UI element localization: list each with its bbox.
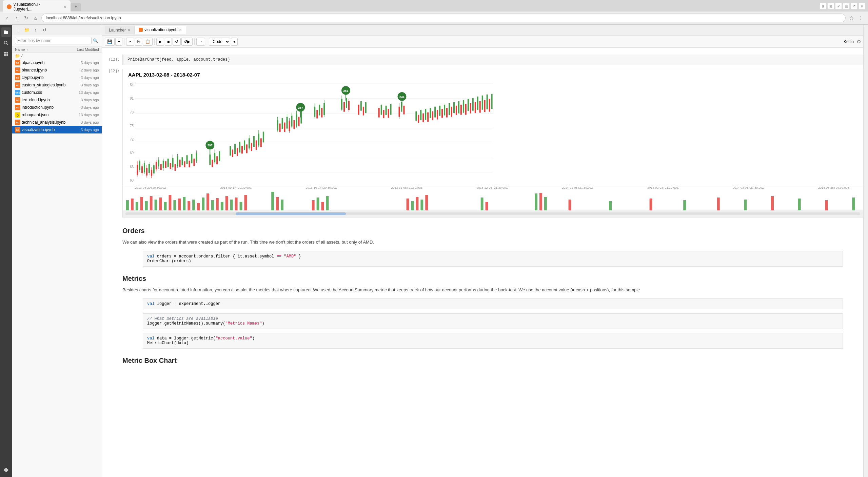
settings-icon [3, 467, 9, 473]
cell-12-code[interactable]: PriceBarChart(feed, apple, account.trade… [122, 55, 863, 65]
home-button[interactable]: ⌂ [32, 14, 39, 22]
svg-rect-145 [475, 102, 476, 113]
run-btn[interactable]: ▶ [156, 38, 164, 46]
cell-12-code-text: PriceBarChart(feed, apple, account.trade… [127, 57, 230, 62]
cut-btn[interactable]: ✂ [126, 38, 134, 46]
data-cell: val data = logger.getMetric("account.val… [102, 332, 863, 350]
file-item-6[interactable]: nbintroduction.ipynb3 days ago [12, 104, 102, 111]
root-folder[interactable]: 📁 / [12, 53, 102, 59]
browser-tabs: visualization.i - JupyterL... ✕ + [0, 0, 868, 12]
save-btn[interactable]: 💾 [105, 38, 115, 46]
name-col-header[interactable]: Name ↑ [15, 47, 68, 51]
back-button[interactable]: ‹ [3, 14, 11, 22]
main-area: Launcher ✕ visualization.ipynb ✕ 💾 + ✂ ⎘… [102, 25, 863, 477]
address-bar[interactable]: localhost:8888/lab/tree/visualization.ip… [41, 14, 846, 22]
y-label-75: 75 [124, 124, 134, 128]
mode-dropdown-btn[interactable]: ▾ [231, 38, 238, 46]
file-search-input[interactable] [15, 37, 92, 44]
svg-rect-45 [182, 157, 183, 165]
file-item-7[interactable]: {}roboquant.json13 days ago [12, 111, 102, 119]
sidebar-files-btn[interactable] [1, 27, 11, 37]
data-code[interactable]: val data = logger.getMetric("account.val… [143, 333, 843, 349]
svg-rect-184 [216, 198, 219, 210]
new-tab-label: + [75, 4, 77, 9]
svg-rect-136 [453, 102, 455, 113]
svg-rect-106 [358, 105, 359, 115]
code-mode-select[interactable]: Code [209, 38, 230, 46]
search-submit-btn[interactable]: 🔍 [92, 37, 99, 44]
launcher-tab-close[interactable]: ✕ [127, 28, 130, 32]
menu-button[interactable]: ⋮ [857, 14, 865, 22]
file-item-5[interactable]: nbiex_cloud.ipynb3 days ago [12, 96, 102, 104]
svg-rect-144 [472, 98, 474, 111]
svg-rect-131 [441, 109, 443, 118]
candlestick-chart: 84 81 78 75 72 69 66 63 [123, 80, 863, 185]
metrics-text: Besides charts for account related infor… [102, 285, 863, 297]
forward-button[interactable]: › [13, 14, 20, 22]
new-folder-btn[interactable]: 📁 [23, 26, 31, 34]
scrollbar-thumb[interactable] [236, 212, 346, 215]
launcher-tab[interactable]: Launcher ✕ [105, 26, 135, 34]
svg-rect-171 [155, 200, 157, 210]
sep2 [154, 38, 155, 45]
restart-run-btn[interactable]: ↺▶ [181, 38, 193, 46]
x-label-8: 2014-03-28T20:30:00Z [818, 186, 849, 189]
svg-rect-199 [411, 201, 414, 210]
file-name-4: custom.css [22, 90, 68, 95]
files-icon [3, 29, 9, 35]
restart-btn[interactable]: ↺ [173, 38, 181, 46]
svg-rect-170 [150, 196, 153, 210]
icon-sidebar [0, 25, 12, 477]
refresh-files-btn[interactable]: ↺ [41, 26, 48, 34]
tab-close-btn[interactable]: ✕ [63, 5, 66, 9]
file-item-4[interactable]: csscustom.css13 days ago [12, 89, 102, 96]
svg-rect-130 [439, 106, 440, 116]
logger-cell-content: val logger = experiment.logger [122, 297, 863, 311]
svg-rect-123 [422, 113, 424, 122]
svg-rect-76 [263, 132, 264, 143]
scrollbar-track [125, 212, 860, 215]
upload-btn[interactable]: ↑ [32, 26, 39, 34]
new-tab-btn[interactable]: + [71, 3, 81, 11]
svg-rect-114 [388, 109, 389, 118]
interrupt-btn[interactable]: ■ [165, 38, 172, 46]
forward-btn[interactable]: → [196, 38, 205, 46]
paste-btn[interactable]: 📋 [143, 38, 153, 46]
visualization-tab-close[interactable]: ✕ [179, 28, 182, 32]
orders-code[interactable]: val orders = account.orders.filter { it.… [143, 251, 843, 267]
visualization-tab[interactable]: visualization.ipynb ✕ [135, 26, 186, 34]
sidebar-settings-btn[interactable] [1, 465, 11, 475]
svg-rect-58 [216, 156, 218, 164]
file-icon-ipynb: nb [15, 97, 20, 103]
sidebar-extensions-btn[interactable] [1, 49, 11, 59]
active-tab[interactable]: visualization.i - JupyterL... ✕ [3, 0, 71, 13]
file-item-8[interactable]: nbtechnical_analysis.ipynb3 days ago [12, 119, 102, 126]
file-list: nbalpaca.ipynb3 days agonbbinance.ipynb2… [12, 59, 102, 133]
svg-rect-194 [312, 200, 315, 210]
refresh-button[interactable]: ↻ [22, 14, 30, 22]
file-icon-ipynb: nb [15, 60, 20, 65]
svg-text:251: 251 [343, 89, 349, 92]
svg-rect-66 [244, 140, 245, 150]
right-scrollbar[interactable] [863, 25, 868, 477]
file-item-0[interactable]: nbalpaca.ipynb3 days ago [12, 59, 102, 66]
file-item-1[interactable]: nbbinance.ipynb2 days ago [12, 66, 102, 74]
svg-line-1 [7, 44, 8, 45]
svg-text:397: 397 [208, 144, 213, 147]
str-account-value: "account.value" [216, 336, 252, 341]
file-item-9[interactable]: nbvisualization.ipynb3 days ago [12, 126, 102, 133]
new-file-btn[interactable]: + [14, 26, 22, 34]
bookmark-button[interactable]: ☆ [848, 14, 855, 22]
file-date-1: 2 days ago [68, 68, 99, 72]
y-label-69: 69 [124, 151, 134, 155]
metrics-code[interactable]: // What metrics are available logger.get… [143, 313, 843, 329]
logger-code[interactable]: val logger = experiment.logger [143, 298, 843, 309]
chart-scrollbar[interactable] [123, 210, 863, 217]
file-item-3[interactable]: nbcustom_strategies.ipynb3 days ago [12, 81, 102, 89]
file-item-2[interactable]: nbcrypto.ipynb3 days ago [12, 74, 102, 81]
insert-btn[interactable]: + [115, 38, 122, 46]
tab-favicon [7, 4, 12, 9]
notebook-favicon [139, 28, 143, 32]
sidebar-search-btn[interactable] [1, 38, 11, 48]
copy-btn[interactable]: ⎘ [135, 38, 142, 46]
